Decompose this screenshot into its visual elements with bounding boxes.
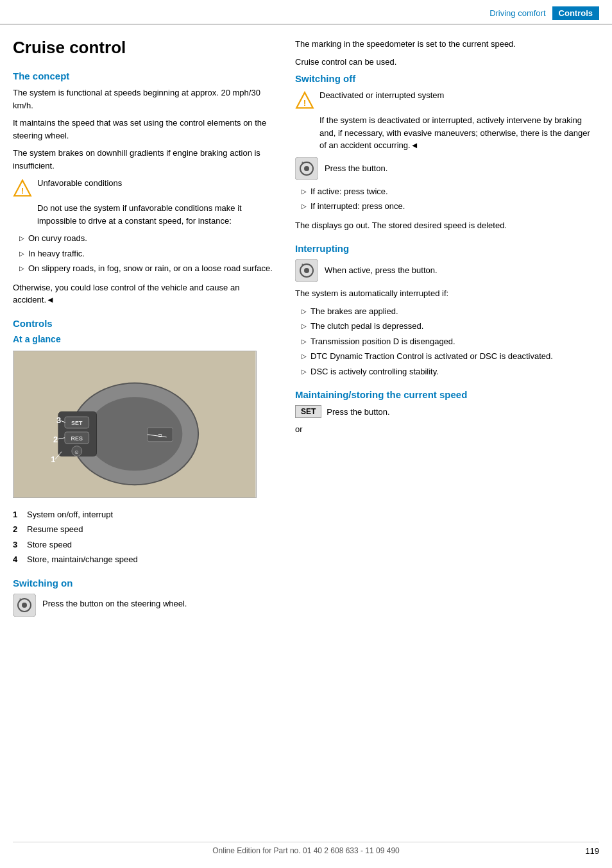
concept-p2: It maintains the speed that was set usin… xyxy=(13,117,282,142)
switching-off-list: If active: press twice. If interrupted: … xyxy=(302,185,599,213)
svg-text:1: 1 xyxy=(51,455,55,464)
header-driving-comfort: Driving comfort xyxy=(489,8,545,18)
svg-text:*: * xyxy=(302,161,303,165)
press-button-block-1: * Press the button. xyxy=(295,157,599,180)
svg-text:*: * xyxy=(302,263,303,267)
page-footer: Online Edition for Part no. 01 40 2 608 … xyxy=(13,842,599,855)
press-button-text-1: Press the button. xyxy=(325,157,387,175)
concept-p1: The system is functional at speeds begin… xyxy=(13,87,282,112)
item-number-3: 3 xyxy=(13,538,22,551)
cruise-btn-icon-2: * xyxy=(295,259,318,282)
cruise-text: Cruise control can be used. xyxy=(295,56,599,69)
item-text-3: Store speed xyxy=(27,538,72,551)
interrupting-heading: Interrupting xyxy=(295,243,599,254)
svg-point-30 xyxy=(304,166,309,171)
set-button-block: SET Press the button. xyxy=(295,405,599,418)
or-text: or xyxy=(295,423,599,436)
interrupting-btn-text: When active, press the button. xyxy=(325,259,438,277)
interrupting-list: The brakes are applied. The clutch pedal… xyxy=(302,305,599,378)
list-item: On slippery roads, in fog, snow or rain,… xyxy=(19,262,282,275)
auto-interrupted-text: The system is automatically interrupted … xyxy=(295,287,599,300)
svg-text:RES: RES xyxy=(71,435,83,441)
switching-on-text: Press the button on the steering wheel. xyxy=(42,594,187,610)
svg-point-24 xyxy=(22,603,27,608)
header-controls: Controls xyxy=(552,6,599,20)
svg-text:⊐: ⊐ xyxy=(158,433,162,438)
svg-text:⊙: ⊙ xyxy=(74,449,79,455)
cruise-button-icon: * xyxy=(13,594,36,617)
switching-off-heading: Switching off xyxy=(295,73,599,84)
page-number: 119 xyxy=(585,846,599,856)
svg-text:3: 3 xyxy=(56,415,61,425)
svg-text:!: ! xyxy=(303,98,307,108)
speedometer-text: The marking in the speedometer is set to… xyxy=(295,38,599,51)
footer-text: Online Edition for Part no. 01 40 2 608 … xyxy=(212,846,400,855)
item-text-1: System on/off, interrupt xyxy=(27,508,113,521)
svg-text:2: 2 xyxy=(53,434,58,444)
list-item-interrupted: If interrupted: press once. xyxy=(302,200,599,213)
deactivated-text: If the system is deactivated or interrup… xyxy=(295,114,599,152)
item-number-4: 4 xyxy=(13,553,22,566)
warning-title: Unfavorable conditions xyxy=(37,178,122,188)
svg-text:SET: SET xyxy=(71,420,83,426)
deactivated-warning-block: ! Deactivated or interrupted system xyxy=(295,90,599,110)
item-number-2: 2 xyxy=(13,523,22,536)
list-item-dtc: DTC Dynamic Traction Control is activate… xyxy=(302,350,599,363)
list-item-clutch: The clutch pedal is depressed. xyxy=(302,320,599,333)
list-item: On curvy roads. xyxy=(19,232,282,245)
warning-end: Otherwise, you could lose control of the… xyxy=(13,281,282,306)
list-item-1: 1 System on/off, interrupt xyxy=(13,508,282,521)
list-item-4: 4 Store, maintain/change speed xyxy=(13,553,282,566)
concept-heading: The concept xyxy=(13,71,282,81)
list-item-active: If active: press twice. xyxy=(302,185,599,198)
concept-p3: The system brakes on downhill gradients … xyxy=(13,147,282,172)
list-item-2: 2 Resume speed xyxy=(13,523,282,536)
item-text-4: Store, maintain/change speed xyxy=(27,553,138,566)
warning-text: Do not use the system if unfavorable con… xyxy=(13,202,282,227)
steering-wheel-diagram: SET RES ⊙ 1 2 3 4 ⊐ xyxy=(13,351,256,497)
page-title: Cruise control xyxy=(13,38,282,58)
item-text-2: Resume speed xyxy=(27,523,83,536)
list-item-brakes: The brakes are applied. xyxy=(302,305,599,318)
svg-text:!: ! xyxy=(21,186,24,196)
deactivated-warning-icon: ! xyxy=(295,91,314,110)
left-column: Cruise control The concept The system is… xyxy=(13,38,282,622)
switching-on-block: * Press the button on the steering wheel… xyxy=(13,594,282,617)
item-number-1: 1 xyxy=(13,508,22,521)
displays-text: The displays go out. The stored desired … xyxy=(295,219,599,232)
maintaining-heading: Maintaining/storing the current speed xyxy=(295,389,599,400)
press-button-text-2: Press the button. xyxy=(327,407,389,417)
page-header: Driving comfort Controls xyxy=(0,0,612,25)
at-a-glance-heading: At a glance xyxy=(13,334,282,344)
warning-block-unfavorable: ! Unfavorable conditions xyxy=(13,178,282,198)
controls-heading: Controls xyxy=(13,318,282,329)
list-item: In heavy traffic. xyxy=(19,247,282,260)
list-item-transmission: Transmission position D is disengaged. xyxy=(302,335,599,348)
right-column: The marking in the speedometer is set to… xyxy=(295,38,599,622)
interrupting-btn-block: * When active, press the button. xyxy=(295,259,599,282)
svg-point-34 xyxy=(304,268,309,273)
diagram-image: SET RES ⊙ 1 2 3 4 ⊐ xyxy=(13,351,257,498)
list-item-3: 3 Store speed xyxy=(13,538,282,551)
unfavorable-list: On curvy roads. In heavy traffic. On sli… xyxy=(19,232,282,275)
deactivated-title: Deactivated or interrupted system xyxy=(319,90,444,100)
list-item-dsc: DSC is actively controlling stability. xyxy=(302,365,599,378)
numbered-list: 1 System on/off, interrupt 2 Resume spee… xyxy=(13,508,282,566)
cruise-btn-icon-1: * xyxy=(295,157,318,180)
main-content: Cruise control The concept The system is… xyxy=(0,25,612,647)
warning-icon: ! xyxy=(13,179,32,198)
svg-text:*: * xyxy=(19,597,21,602)
set-button: SET xyxy=(295,405,321,418)
switching-on-heading: Switching on xyxy=(13,578,282,588)
